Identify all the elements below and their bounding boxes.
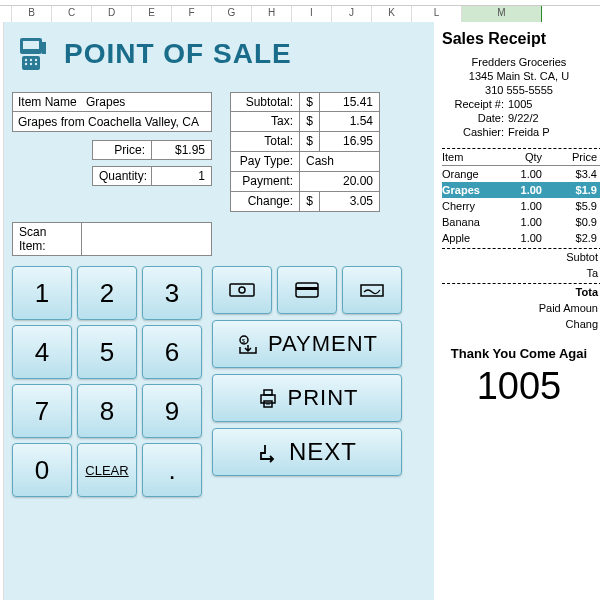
payment-button[interactable]: $ PAYMENT xyxy=(212,320,402,368)
receipt-items: Item Qty Price Orange1.00$3.4Grapes1.00$… xyxy=(442,148,600,332)
key-4[interactable]: 4 xyxy=(12,325,72,379)
receipt-panel: Sales Receipt Fredders Groceries 1345 Ma… xyxy=(434,22,600,600)
key-2[interactable]: 2 xyxy=(77,266,137,320)
svg-rect-1 xyxy=(23,41,39,49)
key-clear[interactable]: CLEAR xyxy=(77,443,137,497)
svg-point-7 xyxy=(30,63,32,65)
svg-rect-10 xyxy=(230,284,254,296)
pos-panel: POINT OF SALE Item Name Grapes Grapes fr… xyxy=(4,22,434,600)
check-icon xyxy=(358,280,386,300)
item-name-cell[interactable]: Item Name Grapes xyxy=(12,92,212,112)
receipt-row[interactable]: Cherry1.00$5.9 xyxy=(442,198,600,214)
svg-point-3 xyxy=(25,59,27,61)
svg-point-8 xyxy=(35,63,37,65)
svg-text:$: $ xyxy=(242,338,246,344)
svg-point-6 xyxy=(25,63,27,65)
totals-grid: Subtotal:$15.41 Tax:$1.54 Total:$16.95 P… xyxy=(230,92,425,212)
card-button[interactable] xyxy=(277,266,337,314)
page-title: POINT OF SALE xyxy=(64,38,292,70)
receipt-row[interactable]: Grapes1.00$1.9 xyxy=(442,182,600,198)
svg-rect-17 xyxy=(261,395,275,403)
print-icon xyxy=(256,387,280,409)
key-1[interactable]: 1 xyxy=(12,266,72,320)
quantity-label: Quantity: xyxy=(92,166,152,186)
key-3[interactable]: 3 xyxy=(142,266,202,320)
scan-input[interactable] xyxy=(82,222,212,256)
thank-you: Thank You Come Agai xyxy=(442,346,596,361)
svg-rect-9 xyxy=(42,42,46,54)
receipt-row[interactable]: Banana1.00$0.9 xyxy=(442,214,600,230)
next-button[interactable]: NEXT xyxy=(212,428,402,476)
cash-button[interactable] xyxy=(212,266,272,314)
svg-point-4 xyxy=(30,59,32,61)
payment-icon: $ xyxy=(236,333,260,355)
receipt-number-big: 1005 xyxy=(442,365,596,408)
keypad: 1 2 3 4 5 6 7 8 9 0 CLEAR . xyxy=(12,266,202,497)
key-8[interactable]: 8 xyxy=(77,384,137,438)
key-6[interactable]: 6 xyxy=(142,325,202,379)
svg-rect-13 xyxy=(296,287,318,290)
next-icon xyxy=(257,441,281,463)
key-5[interactable]: 5 xyxy=(77,325,137,379)
price-label: Price: xyxy=(92,140,152,160)
card-icon xyxy=(293,280,321,300)
quantity-value[interactable]: 1 xyxy=(152,166,212,186)
key-7[interactable]: 7 xyxy=(12,384,72,438)
scan-label: Scan Item: xyxy=(12,222,82,256)
check-button[interactable] xyxy=(342,266,402,314)
key-9[interactable]: 9 xyxy=(142,384,202,438)
receipt-row[interactable]: Apple1.00$2.9 xyxy=(442,230,600,246)
item-desc-cell[interactable]: Grapes from Coachella Valley, CA xyxy=(12,112,212,132)
receipt-row[interactable]: Orange1.00$3.4 xyxy=(442,166,600,182)
pos-terminal-icon xyxy=(12,32,56,76)
key-0[interactable]: 0 xyxy=(12,443,72,497)
svg-point-5 xyxy=(35,59,37,61)
cash-icon xyxy=(228,280,256,300)
svg-point-11 xyxy=(239,287,245,293)
svg-rect-18 xyxy=(264,390,272,395)
receipt-title: Sales Receipt xyxy=(442,30,596,48)
price-value[interactable]: $1.95 xyxy=(152,140,212,160)
print-button[interactable]: PRINT xyxy=(212,374,402,422)
column-headers: B C D E F G H I J K L M xyxy=(0,6,600,22)
key-dot[interactable]: . xyxy=(142,443,202,497)
